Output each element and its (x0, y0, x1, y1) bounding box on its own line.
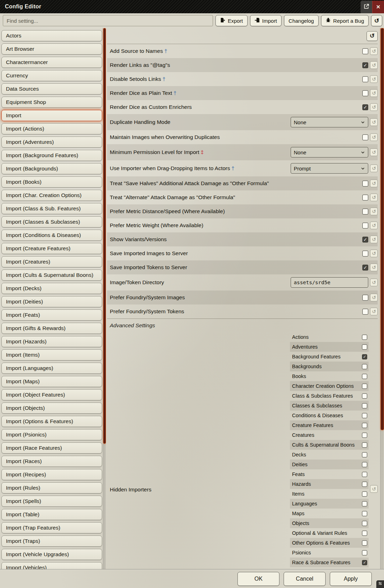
reset-setting-button[interactable]: ↺ (370, 208, 378, 215)
sidebar-item[interactable]: Import (Class & Sub. Features) (1, 203, 102, 214)
sidebar-item[interactable]: Import (Cults & Supernatural Boons) (1, 270, 102, 281)
checkbox[interactable] (362, 462, 367, 467)
checkbox[interactable]: ✓ (362, 560, 367, 565)
sidebar-item[interactable]: Import (Feats) (1, 309, 102, 321)
reset-setting-button[interactable]: ↺ (370, 164, 378, 172)
sidebar-item[interactable]: Import (Decks) (1, 283, 102, 294)
checkbox[interactable] (362, 251, 368, 257)
text-input[interactable] (291, 277, 368, 288)
checkbox[interactable] (362, 452, 367, 457)
sidebar-item[interactable]: Charactermancer (1, 57, 102, 68)
checkbox[interactable]: ✓ (362, 237, 368, 243)
checkbox[interactable]: ✓ (362, 265, 368, 271)
ok-button[interactable]: OK (237, 572, 279, 586)
sidebar-item[interactable]: Import (Vehicle Upgrades) (1, 549, 102, 560)
report-bug-button[interactable]: Report a Bug (321, 15, 369, 26)
sidebar-item[interactable]: Import (Char. Creation Options) (1, 190, 102, 201)
sidebar-item[interactable]: Import (Languages) (1, 363, 102, 374)
select[interactable]: None (291, 117, 368, 127)
close-button[interactable]: ✕ (372, 1, 384, 13)
sidebar-item[interactable]: Import (Books) (1, 176, 102, 188)
checkbox[interactable] (362, 295, 368, 301)
checkbox[interactable] (362, 433, 367, 438)
reset-setting-button[interactable]: ↺ (370, 61, 378, 69)
sidebar-item[interactable]: Import (Object Features) (1, 389, 102, 400)
checkbox[interactable] (362, 540, 367, 546)
checkbox[interactable] (362, 521, 367, 526)
checkbox[interactable] (362, 393, 367, 399)
sidebar-item[interactable]: Import (Vehicles) (1, 562, 102, 569)
panel-scrollbar[interactable] (380, 28, 384, 569)
reset-setting-button[interactable]: ↺ (370, 294, 378, 301)
reset-setting-button[interactable]: ↺ (370, 485, 378, 493)
reset-setting-button[interactable]: ↺ (370, 264, 378, 271)
resize-handle[interactable] (376, 580, 384, 588)
sidebar-item[interactable]: Currency (1, 70, 102, 81)
reset-setting-button[interactable]: ↺ (370, 279, 378, 286)
sidebar-scrollbar[interactable] (103, 28, 106, 569)
checkbox[interactable] (362, 501, 367, 506)
checkbox[interactable] (362, 335, 367, 340)
sidebar-item[interactable]: Import (Actions) (1, 123, 102, 134)
reset-setting-button[interactable]: ↺ (370, 236, 378, 243)
reset-setting-button[interactable]: ↺ (370, 250, 378, 257)
checkbox[interactable] (362, 223, 368, 229)
sidebar-item[interactable]: Import (Rules) (1, 482, 102, 493)
popout-button[interactable] (361, 1, 372, 13)
sidebar-item[interactable]: Import (Creatures) (1, 256, 102, 267)
reset-section-button[interactable]: ↺ (367, 31, 378, 41)
reset-setting-button[interactable]: ↺ (370, 133, 378, 141)
search-input[interactable] (3, 15, 213, 26)
checkbox[interactable] (362, 491, 367, 497)
import-button[interactable]: Import (250, 15, 282, 26)
reset-setting-button[interactable]: ↺ (370, 75, 378, 83)
reset-setting-button[interactable]: ↺ (370, 308, 378, 315)
reset-setting-button[interactable]: ↺ (370, 180, 378, 187)
sidebar-item[interactable]: Import (Creature Features) (1, 243, 102, 254)
sidebar-item[interactable]: Import (Table) (1, 509, 102, 520)
checkbox[interactable] (362, 472, 367, 477)
cancel-button[interactable]: Cancel (284, 572, 326, 586)
reset-setting-button[interactable]: ↺ (370, 103, 378, 111)
select[interactable]: Prompt (291, 163, 368, 174)
checkbox[interactable] (362, 195, 368, 201)
sidebar-item[interactable]: Art Browser (1, 43, 102, 55)
sidebar-scrollbar-thumb[interactable] (103, 28, 106, 444)
sidebar-item[interactable]: Import (Background Features) (1, 150, 102, 161)
reset-setting-button[interactable]: ↺ (370, 118, 378, 126)
sidebar-item[interactable]: Import (Options & Features) (1, 416, 102, 427)
sidebar-item[interactable]: Import (Race Features) (1, 442, 102, 454)
panel-scrollbar-thumb[interactable] (381, 28, 384, 430)
sidebar-item[interactable]: Import (Backgrounds) (1, 163, 102, 174)
sidebar-item[interactable]: Data Sources (1, 83, 102, 94)
sidebar-item[interactable]: Actors (1, 30, 102, 41)
checkbox[interactable] (362, 442, 367, 448)
checkbox[interactable] (362, 482, 367, 487)
checkbox[interactable] (362, 134, 368, 140)
checkbox[interactable] (362, 48, 368, 54)
sidebar-item[interactable]: Import (Classes & Subclasses) (1, 216, 102, 227)
sidebar-item[interactable]: Import (Maps) (1, 376, 102, 387)
checkbox[interactable] (362, 550, 367, 555)
checkbox[interactable] (362, 374, 367, 379)
apply-button[interactable]: Apply (330, 572, 372, 586)
reset-setting-button[interactable]: ↺ (370, 47, 378, 55)
sidebar-item[interactable]: Import (Traps) (1, 536, 102, 547)
reset-setting-button[interactable]: ↺ (370, 194, 378, 201)
sidebar-item[interactable]: Import (Spells) (1, 496, 102, 507)
sidebar-item[interactable]: Import (Conditions & Diseases) (1, 230, 102, 241)
checkbox[interactable] (362, 531, 367, 536)
sidebar-item[interactable]: Import (Psionics) (1, 429, 102, 440)
sidebar-item[interactable]: Import (Deities) (1, 296, 102, 307)
checkbox[interactable] (362, 90, 368, 96)
checkbox[interactable] (362, 511, 367, 516)
reset-setting-button[interactable]: ↺ (370, 89, 378, 97)
checkbox[interactable]: ✓ (362, 62, 368, 68)
sidebar-item[interactable]: Import (Adventures) (1, 136, 102, 148)
checkbox[interactable]: ✓ (362, 354, 367, 359)
changelog-button[interactable]: Changelog (284, 15, 319, 26)
checkbox[interactable] (362, 364, 367, 369)
checkbox[interactable] (362, 209, 368, 215)
sidebar-item[interactable]: Equipment Shop (1, 97, 102, 108)
sidebar-item[interactable]: Import (Recipes) (1, 469, 102, 480)
